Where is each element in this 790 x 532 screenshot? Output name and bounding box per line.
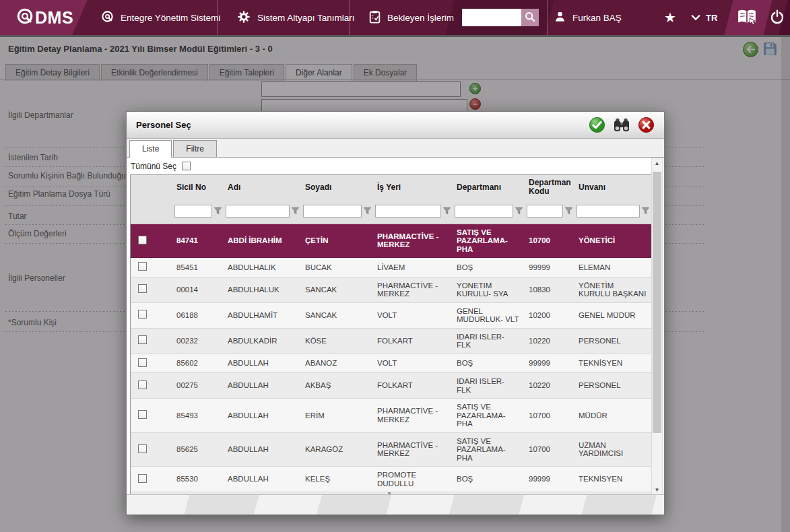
cell-departman-kodu: 10200 bbox=[525, 302, 574, 328]
header-adi[interactable]: Adı bbox=[224, 175, 301, 199]
filter-input-departmani[interactable] bbox=[455, 205, 513, 218]
table-row[interactable]: 85451 ABDULHALIK BUCAK LİVAEM BOŞ 99999 … bbox=[131, 258, 651, 277]
row-checkbox[interactable] bbox=[138, 310, 147, 319]
table-vertical-scrollbar[interactable]: ▲ ▼ bbox=[651, 158, 663, 496]
filter-input-unvani[interactable] bbox=[577, 205, 640, 218]
gear-icon bbox=[237, 10, 251, 26]
cell-departmani: SATIŞ VE PAZARLAMA- PHA bbox=[453, 224, 525, 258]
table-row[interactable]: 00232 ABDULKADİR KÖSE FOLKART IDARI ISLE… bbox=[131, 328, 651, 354]
filter-funnel-icon[interactable] bbox=[565, 207, 572, 215]
cell-adi: ABDULLAH bbox=[224, 399, 301, 433]
cell-soyadi: KARAGÖZ bbox=[301, 432, 373, 467]
nav-item-sistem-altyapi-tanimlari[interactable]: Sistem Altyapı Tanımları bbox=[237, 0, 355, 35]
search-button[interactable] bbox=[521, 9, 539, 26]
user-menu[interactable]: Furkan BAŞ bbox=[554, 0, 622, 35]
header-soyadi[interactable]: Soyadı bbox=[301, 175, 373, 199]
confirm-check-icon[interactable] bbox=[589, 117, 605, 133]
binoculars-search-icon[interactable] bbox=[613, 117, 630, 133]
filter-input-is-yeri[interactable] bbox=[375, 205, 441, 218]
header-sicil-no[interactable]: Sicil No bbox=[172, 175, 224, 199]
modal-tab-filtre[interactable]: Filtre bbox=[173, 140, 217, 157]
filter-input-adi[interactable] bbox=[226, 205, 290, 218]
filter-funnel-icon[interactable] bbox=[642, 207, 649, 215]
row-spacer-cell bbox=[154, 373, 172, 399]
cell-departmani: YONETIM KURULU- SYA bbox=[453, 277, 525, 302]
favorites-star-icon[interactable]: ★ bbox=[664, 9, 676, 26]
filter-funnel-icon[interactable] bbox=[292, 207, 299, 215]
table-row[interactable]: 85493 ABDULLAH ERİM PHARMACTİVE - MERKEZ… bbox=[131, 399, 651, 433]
table-row[interactable]: 85625 ABDULLAH KARAGÖZ PHARMACTİVE - MER… bbox=[131, 432, 651, 467]
cell-adi: ABDİ İBRAHİM bbox=[224, 224, 301, 258]
user-guide-icon[interactable] bbox=[737, 9, 757, 26]
table-row[interactable]: 00014 ABDULHALUK SANCAK PHARMACTİVE - ME… bbox=[131, 277, 651, 302]
row-checkbox[interactable] bbox=[138, 262, 147, 271]
select-all-checkbox[interactable] bbox=[182, 162, 191, 170]
chevron-down-icon bbox=[691, 13, 700, 23]
cell-sicil-no: 00232 bbox=[172, 328, 224, 354]
nav-item-entegre-yonetim-sistemi[interactable]: Entegre Yönetim Sistemi bbox=[101, 0, 220, 35]
language-selector[interactable]: TR bbox=[691, 0, 717, 35]
filter-input-soyadi[interactable] bbox=[303, 205, 362, 218]
cell-unvani: YÖNETİCİ bbox=[574, 224, 651, 258]
row-checkbox[interactable] bbox=[138, 335, 147, 344]
cell-departman-kodu: 10220 bbox=[525, 328, 574, 354]
table-row[interactable]: 84741 ABDİ İBRAHİM ÇETİN PHARMACTİVE - M… bbox=[131, 224, 651, 258]
cell-is-yeri: PHARMACTİVE - MERKEZ bbox=[373, 224, 453, 258]
header-is-yeri[interactable]: İş Yeri bbox=[373, 175, 453, 199]
header-departmani[interactable]: Departmanı bbox=[453, 175, 525, 199]
row-spacer-cell bbox=[154, 258, 172, 277]
cell-sicil-no: 85451 bbox=[172, 258, 224, 277]
cell-departmani: IDARI ISLER- FLK bbox=[453, 328, 525, 354]
row-checkbox[interactable] bbox=[138, 444, 147, 453]
modal-tab-liste[interactable]: Liste bbox=[129, 140, 172, 158]
close-icon[interactable] bbox=[638, 117, 655, 133]
row-checkbox[interactable] bbox=[138, 284, 147, 293]
cell-is-yeri: PHARMACTİVE - MERKEZ bbox=[373, 432, 453, 467]
scroll-up-arrow[interactable]: ▲ bbox=[652, 160, 662, 166]
filter-input-departman-kodu[interactable] bbox=[527, 205, 563, 218]
cell-departman-kodu: 99999 bbox=[525, 467, 574, 492]
cell-departman-kodu: 10700 bbox=[525, 432, 574, 467]
nav-item-bekleyen-islerim[interactable]: Bekleyen İşlerim bbox=[369, 0, 454, 35]
cell-unvani: PERSONEL bbox=[574, 328, 651, 354]
cell-soyadi: KELEŞ bbox=[301, 467, 373, 492]
global-search-input[interactable] bbox=[462, 9, 521, 26]
nav-item-label: Entegre Yönetim Sistemi bbox=[121, 13, 220, 23]
personnel-table-body: 84741 ABDİ İBRAHİM ÇETİN PHARMACTİVE - M… bbox=[131, 224, 651, 496]
cell-unvani: MÜDÜR bbox=[574, 399, 651, 433]
filter-input-sicil-no[interactable] bbox=[174, 205, 212, 218]
scrollbar-thumb[interactable] bbox=[653, 172, 661, 433]
header-unvani[interactable]: Unvanı bbox=[574, 175, 651, 199]
row-checkbox[interactable] bbox=[138, 236, 147, 244]
cell-departmani: GENEL MUDURLUK- VLT bbox=[453, 302, 525, 328]
row-checkbox[interactable] bbox=[138, 358, 147, 367]
row-checkbox[interactable] bbox=[138, 380, 147, 389]
cell-departman-kodu: 99999 bbox=[525, 354, 574, 373]
cell-adi: ABDULLAH bbox=[224, 354, 301, 373]
row-checkbox[interactable] bbox=[138, 474, 147, 483]
cell-departman-kodu: 99999 bbox=[525, 258, 574, 277]
user-name: Furkan BAŞ bbox=[572, 13, 622, 23]
select-all-row: Tümünü Seç bbox=[127, 158, 652, 174]
cell-adi: ABDULLAH bbox=[224, 373, 301, 399]
table-row[interactable]: 85530 ABDULLAH KELEŞ PROMOTE DUDULLU BOŞ… bbox=[131, 467, 651, 492]
cell-sicil-no: 00014 bbox=[172, 277, 224, 302]
filter-funnel-icon[interactable] bbox=[515, 207, 523, 215]
table-row[interactable]: 00275 ABDULLAH AKBAŞ FOLKART IDARI ISLER… bbox=[131, 373, 651, 399]
cell-sicil-no: 85530 bbox=[172, 467, 224, 492]
cell-soyadi: SANCAK bbox=[301, 277, 373, 302]
user-icon bbox=[554, 10, 566, 25]
qdms-logo[interactable]: DMS bbox=[0, 0, 88, 35]
table-row[interactable]: 06188 ABDULHAMİT SANCAK VOLT GENEL MUDUR… bbox=[131, 302, 651, 328]
cell-soyadi: KÖSE bbox=[301, 328, 373, 354]
filter-funnel-icon[interactable] bbox=[364, 207, 371, 215]
scroll-down-arrow[interactable]: ▼ bbox=[652, 487, 662, 493]
modal-footer bbox=[127, 494, 664, 514]
filter-funnel-icon[interactable] bbox=[214, 207, 222, 215]
q-swirl-icon bbox=[101, 10, 114, 25]
logo-text: DMS bbox=[35, 8, 73, 28]
header-departman-kodu[interactable]: Departman Kodu bbox=[525, 175, 574, 199]
table-row[interactable]: 85602 ABDULLAH ABANOZ VOLT BOŞ 99999 TEK… bbox=[131, 354, 651, 373]
row-checkbox[interactable] bbox=[138, 410, 147, 419]
filter-funnel-icon[interactable] bbox=[443, 207, 451, 215]
